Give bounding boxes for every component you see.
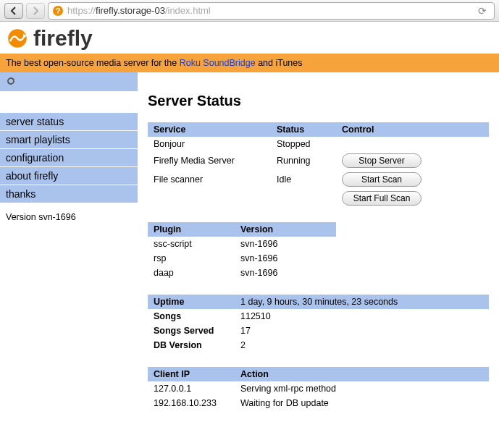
tagline-link[interactable]: Roku SoundBridge: [180, 58, 256, 68]
stat-key: Uptime: [148, 295, 235, 309]
services-col-control: Control: [336, 122, 489, 137]
start-full-scan-button[interactable]: Start Full Scan: [342, 191, 422, 206]
stat-key: Songs: [148, 309, 235, 324]
reload-icon[interactable]: ⟳: [475, 5, 490, 17]
table-row: DB Version2: [148, 338, 489, 352]
sidebar-item-configuration[interactable]: configuration: [0, 149, 138, 167]
sidebar-item-about-firefly[interactable]: about firefly: [0, 167, 138, 185]
client-ip: 192.168.10.233: [148, 396, 235, 410]
clients-col-ip: Client IP: [148, 367, 235, 381]
address-bar[interactable]: ? https://firefly.storage-03/index.html …: [48, 2, 495, 20]
service-status: Idle: [271, 170, 336, 189]
plugin-name: daap: [148, 266, 235, 280]
stat-val: 17: [235, 324, 489, 338]
client-action: Waiting for DB update: [235, 396, 489, 410]
refresh-icon[interactable]: [6, 76, 16, 88]
tagline-pre: The best open-source media server for th…: [6, 58, 180, 68]
plugins-col-version: Version: [235, 222, 336, 237]
service-name: Bonjour: [148, 137, 271, 151]
service-name: File scanner: [148, 170, 271, 189]
table-row: ssc-scriptsvn-1696: [148, 237, 336, 251]
service-status: Stopped: [271, 137, 336, 151]
client-ip: 127.0.0.1: [148, 381, 235, 396]
sidebar-version: Version svn-1696: [0, 203, 138, 231]
stop-server-button[interactable]: Stop Server: [342, 153, 422, 168]
plugin-version: svn-1696: [235, 237, 336, 251]
sidebar-item-server-status[interactable]: server status: [0, 113, 138, 131]
service-name: Firefly Media Server: [148, 151, 271, 170]
services-col-service: Service: [148, 122, 271, 137]
sidebar-item-thanks[interactable]: thanks: [0, 185, 138, 203]
plugin-name: rsp: [148, 251, 235, 266]
stat-key: DB Version: [148, 338, 235, 352]
services-col-status: Status: [271, 122, 336, 137]
sidebar-item-smart-playlists[interactable]: smart playlists: [0, 131, 138, 149]
plugin-name: ssc-script: [148, 237, 235, 251]
page-title: Server Status: [148, 93, 489, 109]
client-action: Serving xml-rpc method: [235, 381, 489, 396]
tagline-post: and iTunes: [256, 58, 303, 68]
sidebar-nav: server status smart playlists configurat…: [0, 113, 138, 203]
sidebar-refresh-row: [0, 72, 138, 91]
plugin-version: svn-1696: [235, 266, 336, 280]
table-row: 192.168.10.233Waiting for DB update: [148, 396, 489, 410]
site-info-icon[interactable]: ?: [53, 6, 63, 16]
services-table: Service Status Control Bonjour Stopped F…: [148, 122, 489, 208]
table-row: Songs112510: [148, 309, 489, 324]
table-row: Bonjour Stopped: [148, 137, 489, 151]
back-button[interactable]: [4, 3, 23, 19]
table-row: Songs Served17: [148, 324, 489, 338]
service-status: Running: [271, 151, 336, 170]
tagline-bar: The best open-source media server for th…: [0, 54, 499, 72]
table-row: File scanner Idle Start Scan: [148, 170, 489, 189]
sidebar: server status smart playlists configurat…: [0, 72, 138, 439]
plugins-col-plugin: Plugin: [148, 222, 235, 237]
stat-val: 1 day, 9 hours, 30 minutes, 23 seconds: [235, 295, 489, 309]
app-header: firefly: [0, 22, 499, 54]
table-row: rspsvn-1696: [148, 251, 336, 266]
table-row: daapsvn-1696: [148, 266, 336, 280]
start-scan-button[interactable]: Start Scan: [342, 172, 422, 187]
table-row: 127.0.0.1Serving xml-rpc method: [148, 381, 489, 396]
table-row: Start Full Scan: [148, 189, 489, 208]
main-content: Server Status Service Status Control Bon…: [138, 72, 499, 439]
plugin-version: svn-1696: [235, 251, 336, 266]
clients-table: Client IP Action 127.0.0.1Serving xml-rp…: [148, 367, 489, 410]
stat-val: 112510: [235, 309, 489, 324]
stats-table: Uptime 1 day, 9 hours, 30 minutes, 23 se…: [148, 295, 489, 352]
stat-key: Songs Served: [148, 324, 235, 338]
app-title: firefly: [33, 26, 93, 51]
stat-val: 2: [235, 338, 489, 352]
table-row: Firefly Media Server Running Stop Server: [148, 151, 489, 170]
clients-col-action: Action: [235, 367, 489, 381]
url-text: https://firefly.storage-03/index.html: [67, 5, 211, 16]
browser-toolbar: ? https://firefly.storage-03/index.html …: [0, 0, 499, 22]
plugins-table: Plugin Version ssc-scriptsvn-1696 rspsvn…: [148, 222, 336, 280]
firefly-logo-icon: [6, 27, 29, 50]
forward-button[interactable]: [26, 3, 45, 19]
